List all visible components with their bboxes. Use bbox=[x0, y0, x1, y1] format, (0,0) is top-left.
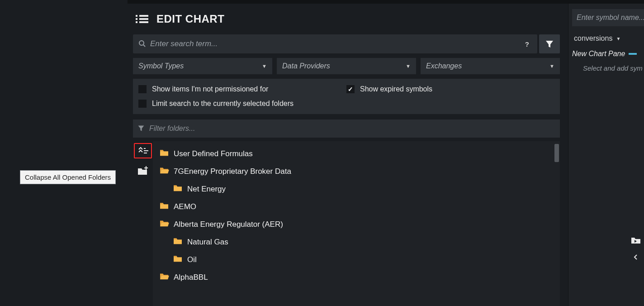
folder-open-icon bbox=[159, 166, 169, 177]
conversions-label: conversions bbox=[574, 34, 612, 43]
collapse-tree-icon bbox=[137, 145, 149, 156]
page-title: EDIT CHART bbox=[156, 13, 224, 25]
folder-open-icon bbox=[159, 219, 169, 230]
search-icon bbox=[138, 40, 146, 48]
svg-point-6 bbox=[139, 41, 144, 45]
collapse-panel-button[interactable] bbox=[630, 252, 642, 263]
symbol-types-dropdown[interactable]: Symbol Types ▼ bbox=[133, 58, 272, 74]
tree-item-label: User Defined Formulas bbox=[174, 149, 253, 158]
tree-item[interactable]: Natural Gas bbox=[153, 233, 560, 251]
check-label: Limit search to the currently selected f… bbox=[152, 100, 294, 108]
tree-item[interactable]: User Defined Formulas bbox=[153, 145, 560, 163]
checkbox-icon bbox=[138, 85, 147, 93]
collapse-folders-tooltip: Collapse All Opened Folders bbox=[20, 170, 116, 184]
check-label: Show expired symbols bbox=[360, 85, 432, 93]
chevron-down-icon: ▼ bbox=[549, 63, 554, 69]
right-hint-text: Select and add sym bbox=[583, 64, 644, 72]
checkbox-checked-icon bbox=[346, 85, 355, 93]
dropdown-label: Data Providers bbox=[282, 62, 330, 70]
conversions-dropdown[interactable]: conversions ▼ bbox=[572, 32, 644, 45]
tree-item-label: Oil bbox=[187, 255, 197, 264]
exchanges-dropdown[interactable]: Exchanges ▼ bbox=[421, 58, 560, 74]
left-gutter: Collapse All Opened Folders bbox=[0, 0, 128, 306]
funnel-icon bbox=[137, 124, 145, 133]
tree-item[interactable]: Net Energy bbox=[153, 180, 560, 198]
search-options: Show items I'm not permissioned for Show… bbox=[133, 79, 560, 114]
filter-folders-placeholder: Filter folders... bbox=[149, 124, 195, 133]
data-providers-dropdown[interactable]: Data Providers ▼ bbox=[277, 58, 416, 74]
funnel-icon bbox=[545, 39, 554, 48]
collapse-all-button[interactable] bbox=[134, 143, 152, 158]
search-input[interactable] bbox=[150, 39, 522, 48]
filter-toggle-button[interactable] bbox=[539, 34, 560, 53]
chevron-down-icon: ▼ bbox=[262, 63, 267, 69]
panel-header: EDIT CHART bbox=[128, 4, 568, 34]
tree-item-label: Net Energy bbox=[187, 185, 226, 194]
svg-rect-8 bbox=[144, 148, 146, 149]
check-not-permissioned[interactable]: Show items I'm not permissioned for bbox=[138, 85, 346, 93]
dropdown-label: Symbol Types bbox=[138, 62, 184, 70]
search-help-button[interactable]: ? bbox=[522, 40, 532, 48]
tree-item[interactable]: 7GEnergy Proprietary Broker Data bbox=[153, 163, 560, 180]
filter-folders-input[interactable]: Filter folders... bbox=[133, 120, 560, 138]
folder-icon bbox=[173, 237, 183, 247]
check-label: Show items I'm not permissioned for bbox=[152, 85, 268, 93]
symbol-name-placeholder: Enter symbol name... bbox=[577, 14, 644, 22]
checkbox-icon bbox=[138, 100, 147, 108]
tree-item-label: AlphaBBL bbox=[174, 273, 208, 282]
main-panel: EDIT CHART ? Symbol Typ bbox=[128, 0, 568, 306]
check-expired-symbols[interactable]: Show expired symbols bbox=[346, 85, 554, 93]
new-chart-pane-label: New Chart Pane bbox=[572, 50, 625, 58]
svg-rect-0 bbox=[136, 15, 137, 17]
folder-open-icon bbox=[159, 272, 169, 282]
svg-rect-9 bbox=[144, 150, 148, 151]
svg-line-7 bbox=[143, 45, 145, 47]
check-limit-folders[interactable]: Limit search to the currently selected f… bbox=[138, 100, 554, 108]
new-chart-pane[interactable]: New Chart Pane bbox=[572, 50, 644, 58]
dropdown-label: Exchanges bbox=[426, 62, 462, 70]
folder-arrow-icon bbox=[630, 235, 641, 244]
new-folder-icon bbox=[137, 166, 149, 176]
symbol-name-input[interactable]: Enter symbol name... bbox=[572, 9, 644, 26]
tree-item[interactable]: AlphaBBL bbox=[153, 268, 560, 286]
tree-side-toolbar bbox=[133, 141, 153, 306]
folder-icon bbox=[159, 148, 169, 159]
tree-item-label: Natural Gas bbox=[187, 238, 228, 247]
pane-color-swatch bbox=[629, 53, 637, 55]
expand-panel-button[interactable] bbox=[630, 234, 642, 245]
folder-icon bbox=[173, 184, 183, 194]
chevron-left-icon bbox=[633, 254, 639, 260]
svg-rect-12 bbox=[144, 167, 148, 168]
svg-rect-5 bbox=[139, 21, 148, 23]
chevron-down-icon: ▼ bbox=[406, 63, 411, 69]
scrollbar-thumb[interactable] bbox=[554, 144, 559, 162]
tree-item-label: 7GEnergy Proprietary Broker Data bbox=[174, 167, 291, 176]
folder-icon bbox=[159, 201, 169, 212]
svg-rect-3 bbox=[139, 18, 148, 20]
svg-rect-10 bbox=[144, 153, 147, 153]
tree-item[interactable]: Oil bbox=[153, 251, 560, 268]
svg-rect-1 bbox=[139, 15, 148, 17]
svg-rect-2 bbox=[136, 18, 137, 20]
new-folder-button[interactable] bbox=[134, 163, 152, 178]
chevron-down-icon: ▼ bbox=[616, 36, 620, 41]
tree-item[interactable]: AEMO bbox=[153, 198, 560, 215]
svg-rect-4 bbox=[136, 21, 137, 23]
search-box[interactable]: ? bbox=[133, 34, 537, 53]
tree-item-label: AEMO bbox=[174, 202, 196, 211]
tree-item-label: Alberta Energy Regulator (AER) bbox=[174, 220, 283, 229]
right-panel: Enter symbol name... conversions ▼ New C… bbox=[568, 0, 644, 306]
folder-icon bbox=[173, 254, 183, 265]
list-icon bbox=[136, 14, 148, 24]
tree-item[interactable]: Alberta Energy Regulator (AER) bbox=[153, 215, 560, 233]
folder-tree[interactable]: User Defined Formulas7GEnergy Proprietar… bbox=[153, 141, 560, 306]
